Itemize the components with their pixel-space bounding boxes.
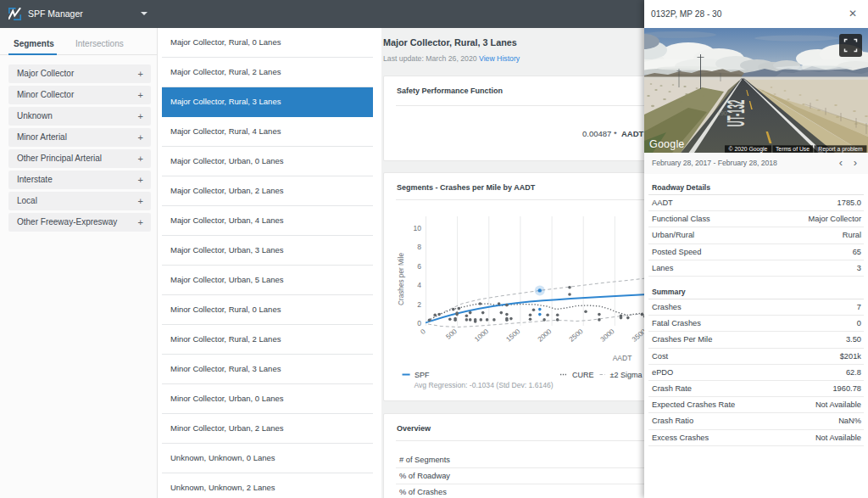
svg-text:190: 190 [717,110,727,116]
svg-text:0: 0 [420,327,428,336]
svg-text:Crashes per Mile: Crashes per Mile [398,253,405,305]
svg-text:Report a problem: Report a problem [818,146,863,153]
svg-text:3000: 3000 [599,327,616,344]
svg-text:2000: 2000 [537,327,554,344]
svg-text:Terms of Use: Terms of Use [776,146,810,152]
svg-text:AADT: AADT [613,354,632,362]
svg-text:© 2020 Google: © 2020 Google [729,146,768,153]
svg-text:±2 Sigma: ±2 Sigma [610,371,643,379]
svg-text:8: 8 [417,243,421,251]
svg-text:2: 2 [417,300,421,309]
svg-text:Google: Google [649,138,685,150]
svg-text:0: 0 [417,319,421,327]
svg-text:1000: 1000 [473,327,490,344]
svg-text:4: 4 [417,281,421,289]
svg-text:SPF: SPF [415,371,430,379]
svg-text:6: 6 [417,262,421,271]
svg-text:2500: 2500 [568,327,585,344]
svg-text:CURE: CURE [572,371,594,379]
svg-text:10: 10 [414,224,422,232]
svg-text:500: 500 [445,327,459,341]
svg-text:1500: 1500 [504,327,521,344]
